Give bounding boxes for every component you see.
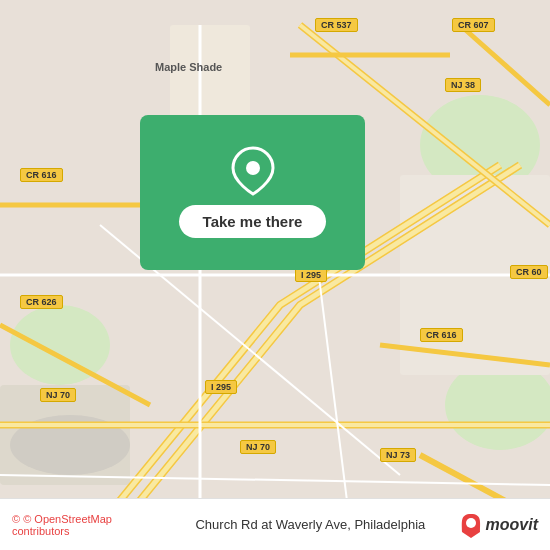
map-container: Maple Shade CR 537 CR 607 NJ 38 CR 616 I… <box>0 0 550 550</box>
road-label-nj38: NJ 38 <box>445 78 481 92</box>
svg-point-8 <box>246 161 260 175</box>
take-me-there-button[interactable]: Take me there <box>179 205 327 238</box>
moovit-text: moovit <box>486 516 538 534</box>
road-label-i295-top: I 295 <box>295 268 327 282</box>
road-label-i295-bottom: I 295 <box>205 380 237 394</box>
moovit-logo: moovit <box>460 512 538 538</box>
location-pin <box>229 147 277 195</box>
road-label-cr537: CR 537 <box>315 18 358 32</box>
road-label-cr616-right: CR 616 <box>420 328 463 342</box>
location-panel: Take me there <box>140 115 365 270</box>
road-label-nj70-left: NJ 70 <box>40 388 76 402</box>
road-label-cr616-left: CR 616 <box>20 168 63 182</box>
location-label: Church Rd at Waverly Ave, Philadelphia <box>161 517 459 532</box>
bottom-bar: © © OpenStreetMap contributors Church Rd… <box>0 498 550 550</box>
road-label-nj73: NJ 73 <box>380 448 416 462</box>
town-label: Maple Shade <box>155 60 222 74</box>
svg-point-9 <box>466 518 476 528</box>
road-label-cr626: CR 626 <box>20 295 63 309</box>
road-label-nj70-mid: NJ 70 <box>240 440 276 454</box>
road-label-cr60: CR 60 <box>510 265 548 279</box>
road-label-cr607: CR 607 <box>452 18 495 32</box>
osm-credit: © © OpenStreetMap contributors <box>12 513 161 537</box>
